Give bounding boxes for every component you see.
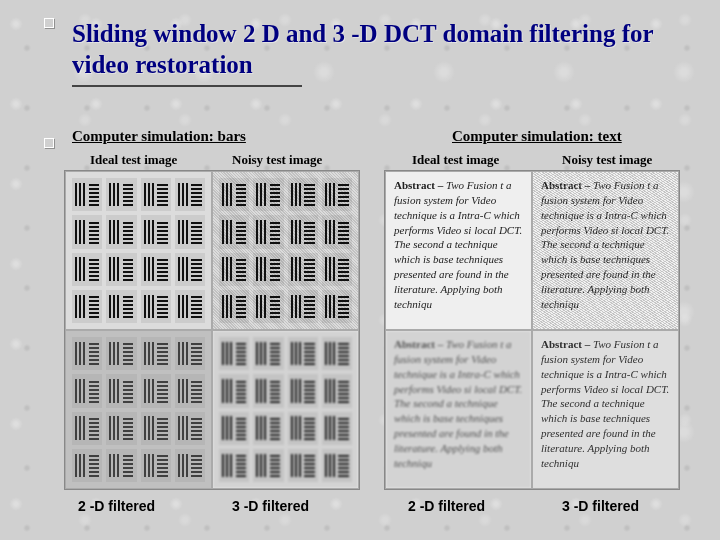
slide-title-block: Sliding window 2 D and 3 -D DCT domain f… [72,18,672,87]
group-heading-text: Computer simulation: text [452,128,622,145]
text-sample-body: Two Fusion t a fusion system for Video t… [541,179,669,310]
text-sample-lead: Abstract – [541,338,590,350]
bars-2d-filtered [65,330,212,489]
text-2d-filtered: Abstract – Two Fusion t a fusion system … [385,330,532,489]
col-label-ideal-left: Ideal test image [90,152,177,168]
text-sample-body: Two Fusion t a fusion system for Video t… [541,338,669,469]
slide-title: Sliding window 2 D and 3 -D DCT domain f… [72,18,672,81]
bars-noisy [212,171,359,330]
text-sample-lead: Abstract – [394,179,443,191]
text-noisy: Abstract – Two Fusion t a fusion system … [532,171,679,330]
bottom-label-2d-right: 2 -D filtered [408,498,485,514]
text-sample-lead: Abstract – [394,338,443,350]
bars-panel [64,170,360,490]
text-panel: Abstract – Two Fusion t a fusion system … [384,170,680,490]
bottom-label-3d-left: 3 -D filtered [232,498,309,514]
col-label-noisy-right: Noisy test image [562,152,652,168]
text-sample-lead: Abstract – [541,179,590,191]
bullet-icon [44,138,54,148]
col-label-noisy-left: Noisy test image [232,152,322,168]
group-heading-bars: Computer simulation: bars [72,128,246,145]
col-label-ideal-right: Ideal test image [412,152,499,168]
title-underline [72,85,302,87]
text-sample-body: Two Fusion t a fusion system for Video t… [394,179,522,310]
text-sample-body: Two Fusion t a fusion system for Video t… [394,338,522,469]
text-3d-filtered: Abstract – Two Fusion t a fusion system … [532,330,679,489]
text-ideal: Abstract – Two Fusion t a fusion system … [385,171,532,330]
bars-3d-filtered [212,330,359,489]
bars-ideal [65,171,212,330]
bottom-label-2d-left: 2 -D filtered [78,498,155,514]
bullet-icon [44,18,54,28]
bottom-label-3d-right: 3 -D filtered [562,498,639,514]
